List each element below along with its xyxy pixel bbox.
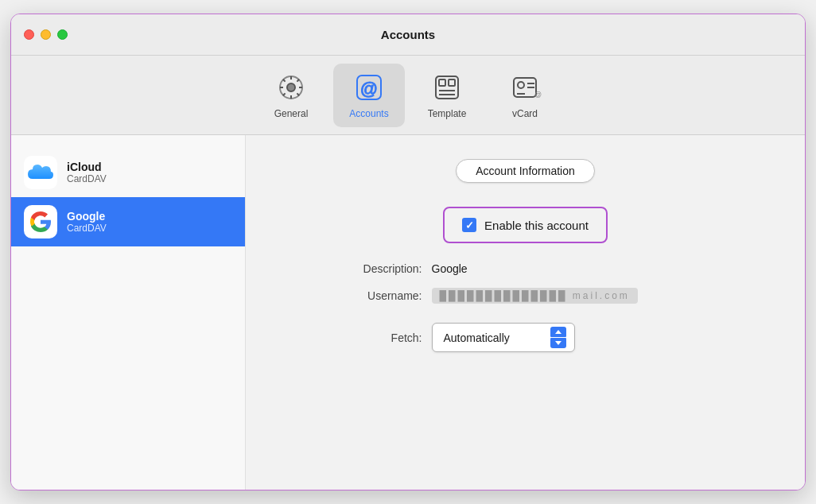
tab-template-label: Template (428, 108, 467, 119)
minimize-button[interactable] (41, 29, 51, 40)
close-button[interactable] (24, 29, 34, 40)
fetch-label: Fetch: (335, 331, 422, 344)
icloud-name: iCloud (67, 161, 107, 173)
traffic-lights (24, 29, 68, 40)
fetch-value: Automatically (444, 331, 510, 344)
tab-general-label: General (274, 108, 309, 119)
stepper-down[interactable] (550, 338, 566, 348)
account-information-button[interactable]: Account Information (456, 159, 595, 183)
username-value: ██████████████ mail.com (432, 288, 638, 304)
template-icon (431, 72, 463, 103)
tab-template[interactable]: Template (411, 64, 483, 127)
account-info-icloud: iCloud CardDAV (67, 161, 107, 184)
username-label: Username: (335, 289, 422, 302)
tab-accounts-label: Accounts (349, 108, 388, 119)
fetch-row: Fetch: Automatically (335, 323, 717, 352)
icloud-icon (24, 156, 57, 189)
icloud-type: CardDAV (67, 173, 107, 184)
toolbar: General @ Accounts (11, 56, 805, 135)
titlebar: Accounts (11, 14, 805, 56)
svg-line-6 (283, 79, 286, 81)
main-content: iCloud CardDAV Google CardDAV (11, 135, 805, 490)
sidebar: iCloud CardDAV Google CardDAV (11, 135, 246, 490)
form-rows: Description: Google Username: ██████████… (335, 262, 717, 365)
fullscreen-button[interactable] (57, 29, 68, 40)
description-row: Description: Google (335, 262, 717, 275)
enable-checkbox[interactable]: ✓ (462, 218, 476, 232)
account-item-google[interactable]: Google CardDAV (11, 197, 245, 246)
svg-line-9 (283, 93, 286, 95)
description-value: Google (432, 262, 468, 275)
svg-rect-13 (439, 79, 445, 86)
svg-line-7 (297, 93, 299, 95)
enable-label: Enable this account (484, 219, 589, 232)
svg-text:@: @ (534, 91, 542, 99)
google-name: Google (67, 210, 107, 223)
fetch-select[interactable]: Automatically (432, 323, 575, 352)
detail-pane: Account Information ✓ Enable this accoun… (246, 135, 805, 490)
svg-line-8 (297, 79, 299, 81)
tab-vcard-label: vCard (512, 108, 538, 119)
window-title: Accounts (381, 28, 435, 41)
tab-vcard[interactable]: @ vCard (489, 64, 561, 127)
account-item-icloud[interactable]: iCloud CardDAV (11, 148, 245, 197)
username-row: Username: ██████████████ mail.com (335, 288, 717, 304)
enable-account-row: ✓ Enable this account (443, 207, 608, 243)
svg-rect-14 (449, 79, 455, 86)
stepper-up[interactable] (550, 327, 566, 337)
general-icon (275, 72, 307, 103)
svg-point-1 (287, 83, 295, 91)
account-info-google: Google CardDAV (67, 210, 107, 234)
check-icon: ✓ (465, 220, 474, 231)
description-label: Description: (335, 262, 422, 275)
svg-point-18 (518, 82, 524, 88)
tab-accounts[interactable]: @ Accounts (333, 64, 405, 127)
tab-general[interactable]: General (255, 64, 327, 127)
accounts-icon: @ (353, 72, 385, 103)
app-window: Accounts General (10, 14, 806, 490)
svg-text:@: @ (360, 79, 378, 99)
vcard-icon: @ (509, 72, 541, 103)
google-type: CardDAV (67, 223, 107, 234)
google-icon (24, 205, 57, 238)
